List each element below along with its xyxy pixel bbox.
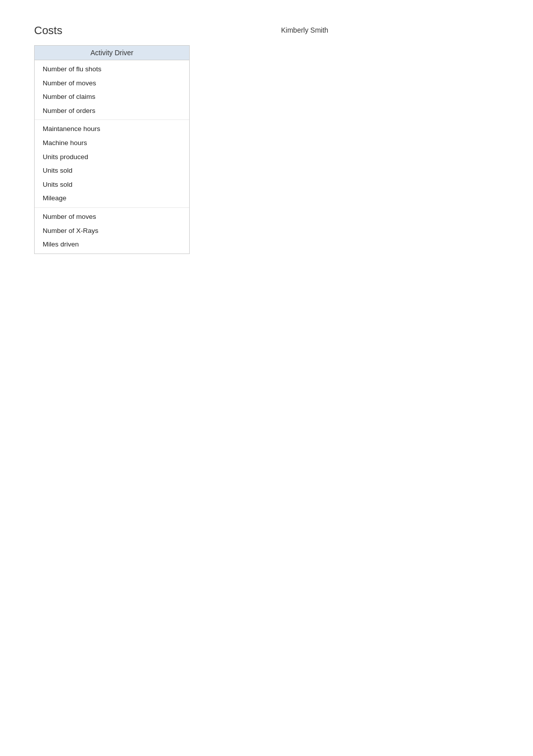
- table-row: Number of moves: [35, 76, 189, 90]
- table-row: Number of orders: [35, 104, 189, 118]
- table-row: Units produced: [35, 150, 189, 164]
- table-row: Mileage: [35, 191, 189, 205]
- table-header: Activity Driver: [35, 46, 189, 60]
- activity-driver-table: Activity Driver Number of flu shotsNumbe…: [34, 45, 190, 254]
- page-title: Costs: [34, 24, 62, 37]
- table-row: Maintanence hours: [35, 122, 189, 136]
- table-section-2: Maintanence hoursMachine hoursUnits prod…: [35, 120, 189, 208]
- table-section-1: Number of flu shotsNumber of movesNumber…: [35, 60, 189, 120]
- table-row: Machine hours: [35, 136, 189, 150]
- table-row: Number of moves: [35, 210, 189, 224]
- table-row: Number of X-Rays: [35, 224, 189, 238]
- table-row: Units sold: [35, 164, 189, 178]
- table-row: Number of flu shots: [35, 62, 189, 76]
- table-row: Miles driven: [35, 237, 189, 251]
- author-name: Kimberly Smith: [281, 26, 328, 34]
- table-section-3: Number of movesNumber of X-RaysMiles dri…: [35, 208, 189, 254]
- table-row: Units sold: [35, 178, 189, 192]
- table-row: Number of claims: [35, 90, 189, 104]
